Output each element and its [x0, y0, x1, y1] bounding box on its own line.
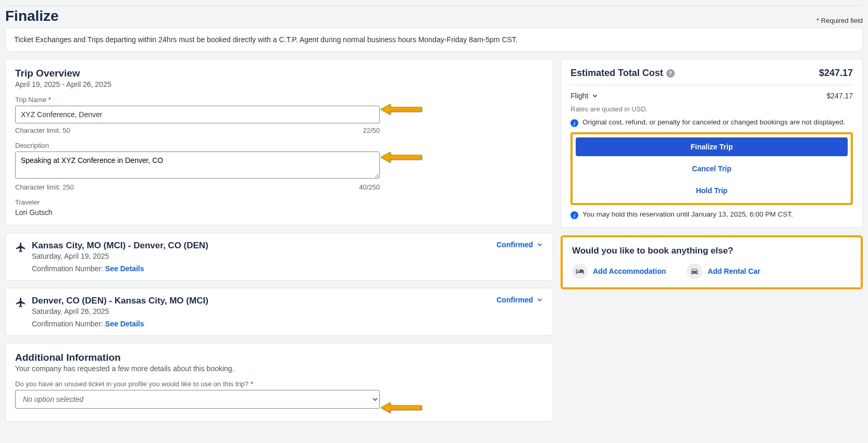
flight-segment-card: Denver, CO (DEN) - Kansas City, MO (MCI)… — [5, 288, 553, 336]
hold-trip-button[interactable]: Hold Trip — [576, 181, 848, 200]
trip-overview-card: Trip Overview April 19, 2025 - April 26,… — [5, 59, 553, 225]
trip-name-char-limit: Character limit: 50 — [15, 126, 70, 134]
cancel-trip-button[interactable]: Cancel Trip — [576, 159, 848, 178]
trip-name-char-count: 22/50 — [363, 126, 380, 134]
required-field-hint: * Required field — [816, 17, 863, 24]
chevron-down-icon — [536, 296, 543, 303]
cost-line-toggle[interactable]: Flight — [571, 92, 599, 100]
cost-line-amount: $247.17 — [826, 92, 853, 100]
flight-segment-card: Kansas City, MO (MCI) - Denver, CO (DEN)… — [5, 233, 553, 281]
unused-ticket-select[interactable]: No option selected — [15, 390, 380, 409]
chevron-down-icon — [536, 241, 543, 248]
estimated-cost-total: $247.17 — [819, 68, 853, 79]
description-char-limit: Character limit: 250 — [15, 183, 74, 191]
trip-overview-heading: Trip Overview — [15, 68, 543, 79]
flight-status-toggle[interactable]: Confirmed — [497, 241, 543, 249]
trip-dates: April 19, 2025 - April 26, 2025 — [15, 80, 543, 88]
trip-name-label: Trip Name * — [15, 96, 543, 104]
estimated-cost-title: Estimated Total Cost ? — [571, 68, 675, 79]
flight-status-toggle[interactable]: Confirmed — [497, 296, 543, 304]
annotation-arrow-icon — [381, 103, 423, 116]
hold-note: You may hold this reservation until Janu… — [582, 210, 793, 218]
flight-date: Saturday, April 26, 2025 — [32, 307, 208, 315]
confirmation-label: Confirmation Number: — [32, 320, 103, 328]
airplane-icon — [15, 297, 27, 308]
description-label: Description — [15, 142, 543, 149]
additional-info-subtext: Your company has requested a few more de… — [15, 364, 543, 373]
additional-info-card: Additional Information Your company has … — [5, 343, 553, 422]
traveler-label: Traveler — [15, 198, 543, 206]
info-icon: i — [571, 211, 578, 219]
currency-note: Rates are quoted in USD. — [571, 105, 853, 113]
finalize-trip-button[interactable]: Finalize Trip — [576, 137, 848, 156]
additional-info-heading: Additional Information — [15, 352, 543, 363]
page-title: Finalize — [5, 8, 59, 24]
svg-marker-0 — [381, 104, 421, 115]
help-icon[interactable]: ? — [666, 69, 675, 78]
description-input[interactable]: Speaking at XYZ Conference in Denver, CO — [15, 151, 380, 179]
add-accommodation-button[interactable]: Add Accommodation — [572, 263, 666, 279]
flight-route: Kansas City, MO (MCI) - Denver, CO (DEN) — [32, 241, 208, 251]
book-more-highlight-box: Would you like to book anything else? Ad… — [561, 235, 863, 289]
chevron-down-icon — [591, 92, 599, 99]
annotation-arrow-icon — [381, 151, 423, 163]
action-highlight-box: Finalize Trip Cancel Trip Hold Trip — [571, 132, 853, 205]
traveler-name: Lori Gutsch — [15, 208, 543, 217]
see-details-link[interactable]: See Details — [105, 264, 144, 273]
book-more-heading: Would you like to book anything else? — [572, 246, 851, 256]
svg-marker-1 — [381, 152, 421, 162]
see-details-link[interactable]: See Details — [105, 320, 144, 328]
penalty-note: Original cost, refund, or penalty for ca… — [582, 118, 845, 126]
car-icon — [687, 263, 702, 279]
info-icon: i — [571, 119, 578, 127]
flight-route: Denver, CO (DEN) - Kansas City, MO (MCI) — [32, 296, 208, 306]
bed-icon — [572, 263, 588, 279]
description-char-count: 40/250 — [359, 183, 380, 191]
annotation-arrow-icon — [381, 401, 423, 414]
add-rental-car-button[interactable]: Add Rental Car — [687, 263, 760, 279]
unused-ticket-question: Do you have an unused ticket in your pro… — [15, 380, 543, 388]
estimated-cost-card: Estimated Total Cost ? $247.17 Flight $2… — [561, 59, 863, 228]
confirmation-label: Confirmation Number: — [32, 264, 103, 273]
airplane-icon — [15, 242, 27, 253]
notice-banner: Ticket Exchanges and Trips departing wit… — [5, 28, 863, 52]
svg-marker-2 — [381, 402, 421, 413]
flight-date: Saturday, April 19, 2025 — [32, 252, 208, 260]
trip-name-input[interactable] — [15, 106, 380, 123]
